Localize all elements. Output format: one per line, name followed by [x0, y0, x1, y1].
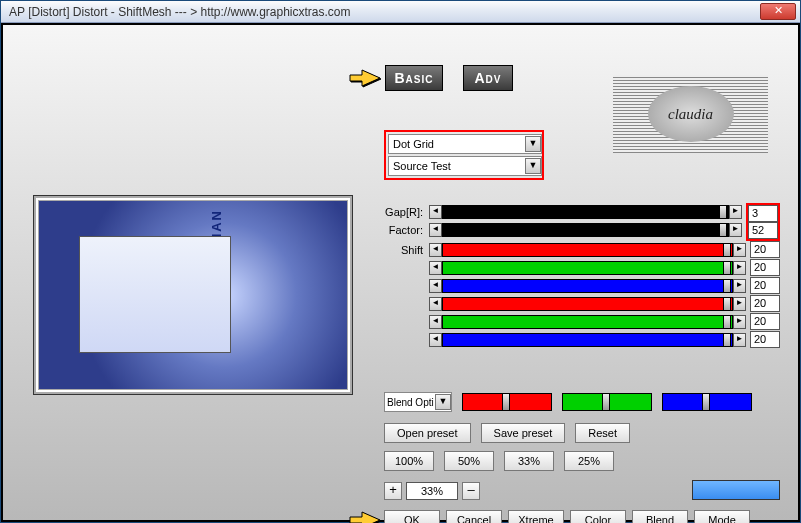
- shift-green-slider-row: ◄ ► 20: [381, 259, 780, 276]
- shift-green2-slider[interactable]: [442, 315, 733, 329]
- shift-blue-value[interactable]: 20: [750, 277, 780, 294]
- cancel-button[interactable]: Cancel: [446, 510, 502, 523]
- arrow-left-icon[interactable]: ◄: [429, 261, 442, 275]
- shift-green-slider[interactable]: [442, 261, 733, 275]
- preview-overlay-text: JUST A WOMAN: [209, 209, 224, 334]
- save-preset-button[interactable]: Save preset: [481, 423, 566, 443]
- shift-red2-slider[interactable]: [442, 297, 733, 311]
- color-swatch[interactable]: [692, 480, 780, 500]
- ok-button[interactable]: OK: [384, 510, 440, 523]
- factor-slider[interactable]: [442, 223, 729, 237]
- shift-red-slider-row: Shift ◄ ► 20: [381, 241, 780, 258]
- chevron-down-icon[interactable]: ▼: [525, 136, 541, 152]
- arrow-right-icon[interactable]: ►: [733, 243, 746, 257]
- arrow-left-icon[interactable]: ◄: [429, 205, 442, 219]
- brand-logo: claudia: [613, 75, 768, 153]
- source-dropdown-value: Source Test: [389, 160, 525, 172]
- chevron-down-icon[interactable]: ▼: [435, 394, 451, 410]
- shift-green2-slider-row: ◄ ► 20: [381, 313, 780, 330]
- zoom-stepper-row: + 33% –: [384, 482, 480, 500]
- brand-logo-text: claudia: [648, 86, 734, 142]
- arrow-right-icon[interactable]: ►: [733, 333, 746, 347]
- highlighted-value-group: 3 52: [746, 203, 780, 241]
- arrow-right-icon[interactable]: ►: [729, 223, 742, 237]
- arrow-right-icon[interactable]: ►: [733, 315, 746, 329]
- color-button[interactable]: Color: [570, 510, 626, 523]
- zoom-25-button[interactable]: 25%: [564, 451, 614, 471]
- adv-tab-button[interactable]: Adv: [463, 65, 513, 91]
- gap-label: Gap[R]:: [381, 206, 429, 218]
- pattern-dropdown[interactable]: Dot Grid ▼: [388, 134, 542, 154]
- mode-button[interactable]: Mode: [694, 510, 750, 523]
- pointer-icon: [348, 509, 382, 523]
- pointer-icon: [348, 67, 382, 89]
- factor-slider-row: Factor: ◄ ►: [381, 221, 742, 238]
- shift-label: Shift: [381, 244, 429, 256]
- blend-row: Blend Opti ▼: [384, 392, 752, 412]
- basic-tab-button[interactable]: Basic: [385, 65, 443, 91]
- shift-blue2-slider[interactable]: [442, 333, 733, 347]
- arrow-left-icon[interactable]: ◄: [429, 279, 442, 293]
- shift-red2-slider-row: ◄ ► 20: [381, 295, 780, 312]
- preset-button-row: Open preset Save preset Reset: [384, 423, 630, 443]
- titlebar: AP [Distort] Distort - ShiftMesh --- > h…: [1, 1, 800, 23]
- zoom-100-button[interactable]: 100%: [384, 451, 434, 471]
- shift-green-value[interactable]: 20: [750, 259, 780, 276]
- arrow-left-icon[interactable]: ◄: [429, 315, 442, 329]
- factor-value[interactable]: 52: [748, 222, 778, 239]
- gap-slider[interactable]: [442, 205, 729, 219]
- action-button-row: OK Cancel Xtreme Color Blend Mode: [384, 510, 750, 523]
- blend-button[interactable]: Blend: [632, 510, 688, 523]
- gap-slider-row: Gap[R]: ◄ ►: [381, 203, 742, 220]
- arrow-left-icon[interactable]: ◄: [429, 297, 442, 311]
- shift-blue2-value[interactable]: 20: [750, 331, 780, 348]
- xtreme-button[interactable]: Xtreme: [508, 510, 564, 523]
- preview-image: JUST A WOMAN: [38, 200, 348, 390]
- plugin-window: AP [Distort] Distort - ShiftMesh --- > h…: [0, 0, 801, 523]
- zoom-out-button[interactable]: –: [462, 482, 480, 500]
- shift-blue-slider-row: ◄ ► 20: [381, 277, 780, 294]
- green-channel-slider[interactable]: [562, 393, 652, 411]
- shift-red-slider[interactable]: [442, 243, 733, 257]
- source-dropdown[interactable]: Source Test ▼: [388, 156, 542, 176]
- arrow-right-icon[interactable]: ►: [733, 261, 746, 275]
- shift-green2-value[interactable]: 20: [750, 313, 780, 330]
- preview-panel: JUST A WOMAN: [33, 195, 353, 395]
- zoom-in-button[interactable]: +: [384, 482, 402, 500]
- arrow-left-icon[interactable]: ◄: [429, 243, 442, 257]
- client-area: Basic Adv claudia Dot Grid ▼ Source Test…: [1, 23, 800, 522]
- zoom-50-button[interactable]: 50%: [444, 451, 494, 471]
- shift-blue-slider[interactable]: [442, 279, 733, 293]
- chevron-down-icon[interactable]: ▼: [525, 158, 541, 174]
- arrow-left-icon[interactable]: ◄: [429, 333, 442, 347]
- window-title: AP [Distort] Distort - ShiftMesh --- > h…: [9, 5, 760, 19]
- shift-red-value[interactable]: 20: [750, 241, 780, 258]
- factor-label: Factor:: [381, 224, 429, 236]
- pattern-dropdown-value: Dot Grid: [389, 138, 525, 150]
- arrow-right-icon[interactable]: ►: [733, 279, 746, 293]
- close-button[interactable]: ✕: [760, 3, 796, 20]
- red-channel-slider[interactable]: [462, 393, 552, 411]
- zoom-value[interactable]: 33%: [406, 482, 458, 500]
- zoom-33-button[interactable]: 33%: [504, 451, 554, 471]
- shift-red2-value[interactable]: 20: [750, 295, 780, 312]
- blue-channel-slider[interactable]: [662, 393, 752, 411]
- arrow-right-icon[interactable]: ►: [733, 297, 746, 311]
- blend-mode-dropdown[interactable]: Blend Opti ▼: [384, 392, 452, 412]
- open-preset-button[interactable]: Open preset: [384, 423, 471, 443]
- blend-mode-value: Blend Opti: [385, 397, 435, 408]
- arrow-right-icon[interactable]: ►: [729, 205, 742, 219]
- shift-blue2-slider-row: ◄ ► 20: [381, 331, 780, 348]
- arrow-left-icon[interactable]: ◄: [429, 223, 442, 237]
- reset-button[interactable]: Reset: [575, 423, 630, 443]
- preset-combo-group: Dot Grid ▼ Source Test ▼: [384, 130, 544, 180]
- gap-value[interactable]: 3: [748, 205, 778, 222]
- sliders-panel: Gap[R]: ◄ ► Factor: ◄ ► 3 52: [381, 203, 780, 349]
- zoom-preset-row: 100% 50% 33% 25%: [384, 451, 614, 471]
